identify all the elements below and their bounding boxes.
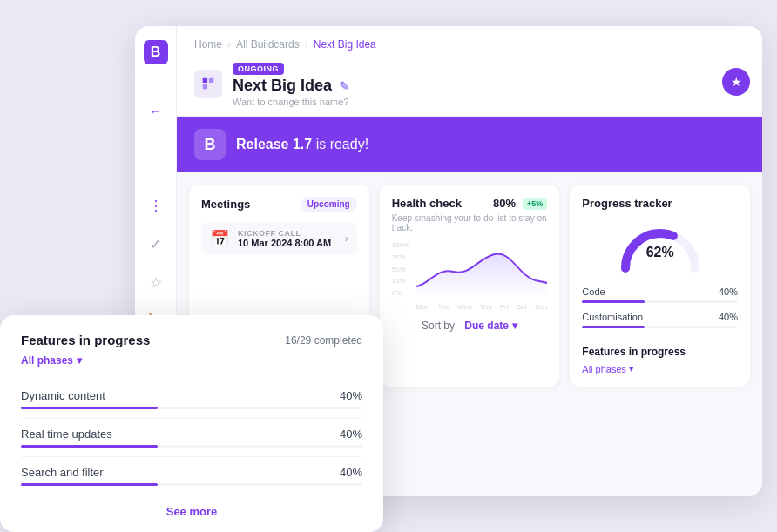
sidebar-item-check[interactable]: ✓ <box>144 232 168 256</box>
feature-name-dynamic: Dynamic content <box>21 389 105 402</box>
project-title-row: ONGOING Next Big Idea ✎ Want to change t… <box>194 59 745 107</box>
sidebar-logo[interactable]: B <box>144 40 168 64</box>
breadcrumb-home[interactable]: Home <box>194 38 222 51</box>
sort-by-label: Sort by <box>422 320 455 332</box>
features-completed-badge: 16/29 completed <box>285 334 362 347</box>
see-more-button[interactable]: See more <box>21 505 362 518</box>
gauge-label: 62% <box>646 245 674 260</box>
feature-bar-fill-realtime <box>21 445 158 448</box>
breadcrumb: Home › All Buildcards › Next Big Idea <box>194 38 745 51</box>
svg-rect-0 <box>203 77 207 82</box>
breadcrumb-all-buildcards[interactable]: All Buildcards <box>236 38 300 51</box>
features-panel: Features in progress 16/29 completed All… <box>0 315 383 532</box>
feature-name-realtime: Real time updates <box>21 428 112 441</box>
release-text: Release 1.7 is ready! <box>236 137 368 152</box>
health-plus-badge: +5% <box>523 198 547 210</box>
feature-row-search: Search and filter 40% <box>21 457 362 495</box>
health-title: Health check <box>392 197 462 210</box>
feature-bar-track-realtime <box>21 445 362 448</box>
all-phases-small-button[interactable]: All phases ▾ <box>582 363 738 374</box>
status-badge: ONGOING <box>233 63 284 75</box>
feature-percent-search: 40% <box>340 466 362 479</box>
sort-chevron-icon: ▾ <box>512 320 517 332</box>
sort-row[interactable]: Sort by Due date ▾ <box>392 311 548 335</box>
edit-icon[interactable]: ✎ <box>339 79 349 93</box>
features-bottom-title: Features in progress <box>582 346 738 358</box>
health-check-card: Health check 80% +5% Keep smashing your … <box>380 185 560 387</box>
health-percent: 80% <box>493 197 516 210</box>
progress-item-customisation: Customisation 40% <box>582 312 738 328</box>
breadcrumb-current: Next Big Idea <box>314 38 376 51</box>
feature-bar-track-search <box>21 483 362 486</box>
progress-title: Progress tracker <box>582 197 738 210</box>
feature-name-search: Search and filter <box>21 466 104 479</box>
sidebar-back-button[interactable]: ← <box>144 99 168 124</box>
calendar-icon: 📅 <box>210 229 229 248</box>
release-banner: B Release 1.7 is ready! <box>177 117 762 172</box>
sidebar-item-grid[interactable]: ⋮ <box>144 193 168 218</box>
feature-percent-realtime: 40% <box>340 428 362 441</box>
progress-bar-customisation-track <box>582 326 738 328</box>
progress-item-code-value: 40% <box>719 286 738 297</box>
chart-y-labels: 100% 75% 50% 25% 0% <box>392 241 416 297</box>
sidebar-item-star[interactable]: ☆ <box>144 270 168 294</box>
project-title: Next Big Idea ✎ <box>233 77 349 95</box>
progress-bar-customisation-fill <box>582 326 644 328</box>
progress-bar-code-fill <box>582 300 644 303</box>
feature-realtime: Real time updates 40% <box>21 428 362 448</box>
meetings-title: Meetings <box>201 198 250 211</box>
header: Home › All Buildcards › Next Big Idea ON… <box>177 26 762 117</box>
chart-x-labels: Mon Tue Wed Thu Fri Sat Sun <box>416 303 548 311</box>
meeting-date: 10 Mar 2024 8:00 AM <box>238 238 336 248</box>
release-logo: B <box>194 129 226 160</box>
feature-bar-fill-dynamic <box>21 407 158 409</box>
feature-percent-dynamic: 40% <box>340 389 362 402</box>
features-panel-header: Features in progress 16/29 completed <box>21 333 362 347</box>
project-icon <box>194 70 222 98</box>
feature-bar-fill-search <box>21 483 158 486</box>
meeting-item[interactable]: 📅 KICKOFF CALL 10 Mar 2024 8:00 AM › <box>201 222 357 255</box>
svg-rect-2 <box>203 84 207 88</box>
all-phases-button[interactable]: All phases ▾ <box>21 354 362 367</box>
feature-bar-track-dynamic <box>21 407 362 409</box>
meeting-arrow-icon: › <box>345 232 348 245</box>
progress-tracker-card: Progress tracker 62% Code 40% <box>570 185 750 387</box>
progress-item-code-label: Code <box>582 286 605 297</box>
svg-rect-1 <box>209 77 213 82</box>
meeting-type: KICKOFF CALL <box>238 229 336 238</box>
change-name-hint: Want to change this name? <box>233 97 349 107</box>
gauge-container: 62% <box>582 220 738 273</box>
feature-row-realtime: Real time updates 40% <box>21 419 362 457</box>
progress-item-customisation-value: 40% <box>719 312 738 322</box>
meetings-header: Meetings Upcoming <box>201 197 357 212</box>
progress-items: Code 40% Customisation 40% <box>582 286 738 328</box>
upcoming-badge: Upcoming <box>301 197 357 212</box>
chart-area: 100% 75% 50% 25% 0% <box>392 241 548 311</box>
feature-dynamic-content: Dynamic content 40% <box>21 389 362 409</box>
features-panel-title: Features in progress <box>21 333 150 347</box>
chart-svg-container <box>416 241 548 297</box>
health-header: Health check 80% +5% <box>392 197 548 210</box>
feature-row-dynamic-content: Dynamic content 40% <box>21 380 362 419</box>
breadcrumb-sep-2: › <box>305 38 308 51</box>
health-description: Keep smashing your to-do list to stay on… <box>392 213 548 232</box>
sort-value: Due date <box>464 320 509 332</box>
svg-rect-3 <box>209 84 213 88</box>
sidebar-nav: ⋮ ✓ ☆ 🔖 <box>144 193 168 333</box>
meeting-details: KICKOFF CALL 10 Mar 2024 8:00 AM <box>238 229 336 248</box>
feature-search: Search and filter 40% <box>21 466 362 486</box>
breadcrumb-sep-1: › <box>227 38 231 51</box>
progress-item-code: Code 40% <box>582 286 738 303</box>
progress-bar-code-track <box>582 300 738 303</box>
star-button[interactable]: ★ <box>722 68 750 96</box>
project-title-info: ONGOING Next Big Idea ✎ Want to change t… <box>233 59 349 107</box>
progress-item-customisation-label: Customisation <box>582 312 643 322</box>
